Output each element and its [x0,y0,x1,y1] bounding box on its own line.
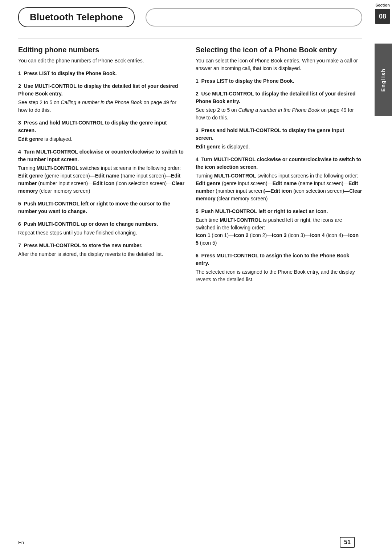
page-container: Section 08 English Bluetooth Telephone E… [0,0,392,555]
left-step-3-body: Edit genre is displayed. [18,135,185,143]
right-step-2: 2 Use MULTI-CONTROL to display the detai… [196,90,362,122]
right-step-4: 4 Turn MULTI-CONTROL clockwise or counte… [196,156,362,203]
right-step-3: 3 Press and hold MULTI-CONTROL to displa… [196,127,362,151]
page-title: Bluetooth Telephone [30,12,123,23]
left-step-7: 7 Press MULTI-CONTROL to store the new n… [18,242,185,258]
left-step-6-heading: 6 Push MULTI-CONTROL up or down to chang… [18,220,185,228]
right-step-1: 1 Press LIST to display the Phone Book. [196,77,362,85]
left-step-5-heading: 5 Push MULTI-CONTROL left or right to mo… [18,200,185,215]
right-step-4-body: Turning MULTI-CONTROL switches input scr… [196,172,362,180]
right-step-6-heading: 6 Press MULTI-CONTROL to assign the icon… [196,252,362,267]
right-step-3-heading: 3 Press and hold MULTI-CONTROL to displa… [196,127,362,142]
left-step-2-body: See step 2 to 5 on Calling a number in t… [18,99,185,114]
right-step-5: 5 Push MULTI-CONTROL left or right to se… [196,208,362,247]
footer-page-number: 51 [340,537,355,548]
footer-en-label: En [18,540,24,545]
right-step-6: 6 Press MULTI-CONTROL to assign the icon… [196,252,362,283]
left-step-1-heading: 1 Press LIST to display the Phone Book. [18,70,185,77]
left-step-3: 3 Press and hold MULTI-CONTROL to displa… [18,119,185,143]
left-step-5: 5 Push MULTI-CONTROL left or right to mo… [18,200,185,215]
left-step-4-heading: 4 Turn MULTI-CONTROL clockwise or counte… [18,148,185,163]
left-step-2-heading: 2 Use MULTI-CONTROL to display the detai… [18,82,185,98]
right-step-6-body: The selected icon is assigned to the Pho… [196,268,362,283]
left-step-6: 6 Push MULTI-CONTROL up or down to chang… [18,220,185,237]
left-step-2: 2 Use MULTI-CONTROL to display the detai… [18,82,185,114]
section-label: Section [375,3,390,7]
left-section-title: Editing phone numbers [18,46,185,54]
section-number-box: 08 [375,9,390,24]
right-step-4-sequence: Edit genre (genre input screen)—Edit nam… [196,180,362,203]
right-step-5-heading: 5 Push MULTI-CONTROL left or right to se… [196,208,362,215]
left-step-7-body: After the number is stored, the display … [18,250,185,258]
right-section-title: Selecting the icon of a Phone Book entry [196,46,362,54]
right-step-2-heading: 2 Use MULTI-CONTROL to display the detai… [196,90,362,105]
left-step-4-sequence: Edit genre (genre input screen)—Edit nam… [18,172,185,195]
left-step-4-body: Turning MULTI-CONTROL switches input scr… [18,164,185,172]
main-content: Bluetooth Telephone Editing phone number… [0,0,373,555]
right-step-1-heading: 1 Press LIST to display the Phone Book. [196,77,362,85]
right-section-intro: You can select the icon of Phone Book en… [196,57,362,72]
right-step-4-heading: 4 Turn MULTI-CONTROL clockwise or counte… [196,156,362,171]
section-number: 08 [379,13,386,20]
header-area: Bluetooth Telephone [18,7,362,27]
left-step-6-body: Repeat these steps until you have finish… [18,229,185,237]
right-sidebar: Section 08 English [373,0,392,555]
two-columns: Editing phone numbers You can edit the p… [18,46,362,289]
english-vertical-bar: English [375,44,392,116]
right-step-5-sequence: icon 1 (icon 1)—icon 2 (icon 2)—icon 3 (… [196,232,362,247]
right-step-3-body: Edit genre is displayed. [196,143,362,151]
page-number: 51 [344,539,351,546]
right-step-2-body: See step 2 to 5 on Calling a number in t… [196,106,362,122]
title-box: Bluetooth Telephone [18,7,135,27]
left-step-1: 1 Press LIST to display the Phone Book. [18,70,185,77]
right-step-5-body: Each time MULTI-CONTROL is pushed left o… [196,216,362,232]
english-label: English [380,68,386,92]
header-divider [18,38,362,38]
left-step-4: 4 Turn MULTI-CONTROL clockwise or counte… [18,148,185,195]
page-footer: En 51 [0,537,373,548]
column-left: Editing phone numbers You can edit the p… [18,46,185,289]
left-step-3-heading: 3 Press and hold MULTI-CONTROL to displa… [18,119,185,134]
header-right-box [146,8,362,26]
left-step-7-heading: 7 Press MULTI-CONTROL to store the new n… [18,242,185,249]
column-right: Selecting the icon of a Phone Book entry… [196,46,362,289]
left-section-intro: You can edit the phone numbers of Phone … [18,57,185,65]
